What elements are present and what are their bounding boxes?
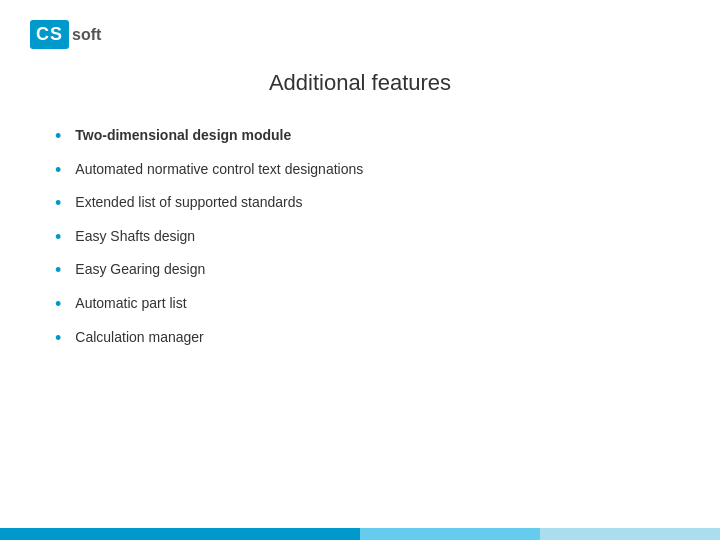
logo-cs-box: CS [30,20,69,49]
bullet-text: Extended list of supported standards [75,193,302,213]
bullet-icon: • [55,160,61,182]
content-area: •Two-dimensional design module•Automated… [0,126,720,349]
list-item: •Automated normative control text design… [55,160,720,182]
bullet-text: Two-dimensional design module [75,126,291,146]
feature-list: •Two-dimensional design module•Automated… [55,126,720,349]
bullet-icon: • [55,294,61,316]
list-item: •Two-dimensional design module [55,126,720,148]
bullet-icon: • [55,193,61,215]
list-item: •Calculation manager [55,328,720,350]
bullet-text: Automatic part list [75,294,186,314]
bar-segment-2 [360,528,540,540]
list-item: •Easy Gearing design [55,260,720,282]
list-item: •Automatic part list [55,294,720,316]
bullet-text: Easy Gearing design [75,260,205,280]
bottom-bar [0,528,720,540]
page-title: Additional features [0,70,720,96]
bullet-icon: • [55,126,61,148]
bar-segment-3 [540,528,720,540]
bullet-icon: • [55,260,61,282]
bullet-text: Calculation manager [75,328,203,348]
logo: CS soft [30,20,101,49]
bullet-text: Automated normative control text designa… [75,160,363,180]
logo-soft-text: soft [72,26,101,44]
bullet-icon: • [55,328,61,350]
bullet-text: Easy Shafts design [75,227,195,247]
bar-segment-1 [0,528,360,540]
list-item: •Easy Shafts design [55,227,720,249]
list-item: •Extended list of supported standards [55,193,720,215]
bullet-icon: • [55,227,61,249]
